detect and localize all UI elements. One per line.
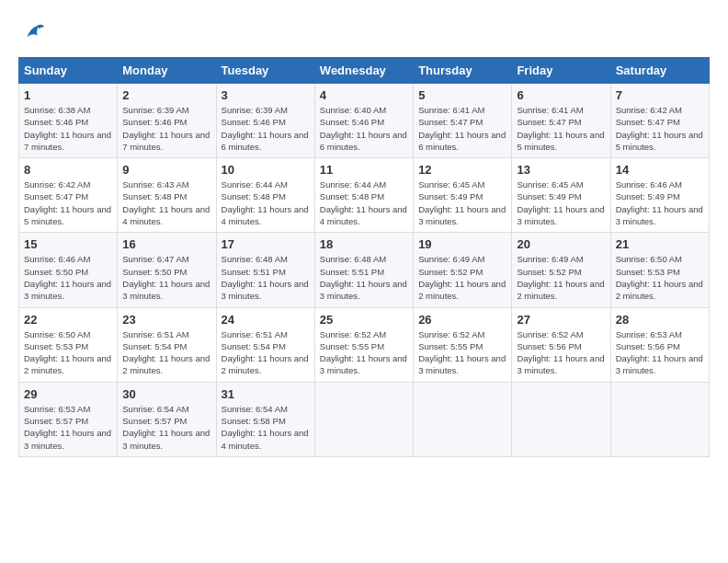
day-info: Sunrise: 6:51 AM Sunset: 5:54 PM Dayligh… <box>222 328 310 377</box>
day-info: Sunrise: 6:45 AM Sunset: 5:49 PM Dayligh… <box>418 178 506 227</box>
calendar-cell: 5 Sunrise: 6:41 AM Sunset: 5:47 PM Dayli… <box>414 84 512 158</box>
day-info: Sunrise: 6:43 AM Sunset: 5:48 PM Dayligh… <box>122 178 210 227</box>
day-number: 31 <box>222 387 310 401</box>
calendar-cell: 24 Sunrise: 6:51 AM Sunset: 5:54 PM Dayl… <box>216 307 314 382</box>
calendar-cell: 10 Sunrise: 6:44 AM Sunset: 5:48 PM Dayl… <box>216 158 314 233</box>
day-info: Sunrise: 6:51 AM Sunset: 5:54 PM Dayligh… <box>122 328 210 377</box>
calendar-cell: 21 Sunrise: 6:50 AM Sunset: 5:53 PM Dayl… <box>610 233 709 307</box>
day-info: Sunrise: 6:44 AM Sunset: 5:48 PM Dayligh… <box>320 178 408 227</box>
calendar-cell: 4 Sunrise: 6:40 AM Sunset: 5:46 PM Dayli… <box>314 84 413 158</box>
day-info: Sunrise: 6:44 AM Sunset: 5:48 PM Dayligh… <box>222 178 310 227</box>
calendar-cell: 30 Sunrise: 6:54 AM Sunset: 5:57 PM Dayl… <box>118 382 216 456</box>
day-number: 6 <box>517 88 605 102</box>
calendar-cell: 18 Sunrise: 6:48 AM Sunset: 5:51 PM Dayl… <box>314 233 413 307</box>
calendar-week-row: 29 Sunrise: 6:53 AM Sunset: 5:57 PM Dayl… <box>19 382 710 456</box>
day-number: 1 <box>24 88 112 102</box>
calendar-cell: 2 Sunrise: 6:39 AM Sunset: 5:46 PM Dayli… <box>118 84 216 158</box>
calendar-cell: 22 Sunrise: 6:50 AM Sunset: 5:53 PM Dayl… <box>19 307 118 382</box>
day-number: 8 <box>24 163 112 177</box>
calendar-cell: 16 Sunrise: 6:47 AM Sunset: 5:50 PM Dayl… <box>118 233 216 307</box>
day-info: Sunrise: 6:52 AM Sunset: 5:55 PM Dayligh… <box>320 328 408 377</box>
day-info: Sunrise: 6:41 AM Sunset: 5:47 PM Dayligh… <box>418 104 506 153</box>
day-number: 3 <box>222 88 310 102</box>
day-number: 26 <box>418 313 506 327</box>
day-number: 16 <box>122 237 210 251</box>
calendar-week-row: 8 Sunrise: 6:42 AM Sunset: 5:47 PM Dayli… <box>19 158 710 233</box>
calendar-cell: 13 Sunrise: 6:45 AM Sunset: 5:49 PM Dayl… <box>512 158 610 233</box>
day-info: Sunrise: 6:49 AM Sunset: 5:52 PM Dayligh… <box>517 253 605 302</box>
calendar-cell: 15 Sunrise: 6:46 AM Sunset: 5:50 PM Dayl… <box>19 233 118 307</box>
day-number: 5 <box>418 88 506 102</box>
weekday-header-sunday: Sunday <box>19 58 118 84</box>
day-info: Sunrise: 6:39 AM Sunset: 5:46 PM Dayligh… <box>222 104 310 153</box>
day-number: 13 <box>517 163 605 177</box>
calendar-cell <box>512 382 610 456</box>
weekday-header-monday: Monday <box>118 58 216 84</box>
day-number: 28 <box>616 313 704 327</box>
day-info: Sunrise: 6:38 AM Sunset: 5:46 PM Dayligh… <box>24 104 112 153</box>
day-number: 27 <box>517 313 605 327</box>
header <box>18 18 710 48</box>
day-number: 12 <box>418 163 506 177</box>
day-number: 19 <box>418 237 506 251</box>
calendar-cell: 7 Sunrise: 6:42 AM Sunset: 5:47 PM Dayli… <box>610 84 709 158</box>
day-info: Sunrise: 6:47 AM Sunset: 5:50 PM Dayligh… <box>122 253 210 302</box>
day-info: Sunrise: 6:42 AM Sunset: 5:47 PM Dayligh… <box>616 104 704 153</box>
calendar-cell <box>610 382 709 456</box>
weekday-header-friday: Friday <box>512 58 610 84</box>
day-info: Sunrise: 6:53 AM Sunset: 5:56 PM Dayligh… <box>616 328 704 377</box>
calendar-cell: 6 Sunrise: 6:41 AM Sunset: 5:47 PM Dayli… <box>512 84 610 158</box>
calendar-cell: 11 Sunrise: 6:44 AM Sunset: 5:48 PM Dayl… <box>314 158 413 233</box>
logo <box>18 18 46 48</box>
calendar-week-row: 15 Sunrise: 6:46 AM Sunset: 5:50 PM Dayl… <box>19 233 710 307</box>
day-info: Sunrise: 6:52 AM Sunset: 5:56 PM Dayligh… <box>517 328 605 377</box>
calendar-cell: 8 Sunrise: 6:42 AM Sunset: 5:47 PM Dayli… <box>19 158 118 233</box>
calendar-cell: 29 Sunrise: 6:53 AM Sunset: 5:57 PM Dayl… <box>19 382 118 456</box>
day-number: 7 <box>616 88 704 102</box>
calendar-cell: 23 Sunrise: 6:51 AM Sunset: 5:54 PM Dayl… <box>118 307 216 382</box>
calendar-table: SundayMondayTuesdayWednesdayThursdayFrid… <box>18 57 710 457</box>
calendar-cell: 9 Sunrise: 6:43 AM Sunset: 5:48 PM Dayli… <box>118 158 216 233</box>
weekday-header-saturday: Saturday <box>610 58 709 84</box>
day-number: 29 <box>24 387 112 401</box>
day-info: Sunrise: 6:53 AM Sunset: 5:57 PM Dayligh… <box>24 403 112 452</box>
calendar-cell: 31 Sunrise: 6:54 AM Sunset: 5:58 PM Dayl… <box>216 382 314 456</box>
day-info: Sunrise: 6:40 AM Sunset: 5:46 PM Dayligh… <box>320 104 408 153</box>
calendar-cell: 20 Sunrise: 6:49 AM Sunset: 5:52 PM Dayl… <box>512 233 610 307</box>
calendar-cell: 17 Sunrise: 6:48 AM Sunset: 5:51 PM Dayl… <box>216 233 314 307</box>
calendar-cell: 25 Sunrise: 6:52 AM Sunset: 5:55 PM Dayl… <box>314 307 413 382</box>
day-number: 30 <box>122 387 210 401</box>
calendar-cell: 27 Sunrise: 6:52 AM Sunset: 5:56 PM Dayl… <box>512 307 610 382</box>
day-info: Sunrise: 6:42 AM Sunset: 5:47 PM Dayligh… <box>24 178 112 227</box>
calendar-week-row: 1 Sunrise: 6:38 AM Sunset: 5:46 PM Dayli… <box>19 84 710 158</box>
day-info: Sunrise: 6:50 AM Sunset: 5:53 PM Dayligh… <box>24 328 112 377</box>
day-number: 25 <box>320 313 408 327</box>
day-info: Sunrise: 6:45 AM Sunset: 5:49 PM Dayligh… <box>517 178 605 227</box>
day-number: 23 <box>122 313 210 327</box>
day-number: 20 <box>517 237 605 251</box>
day-number: 4 <box>320 88 408 102</box>
day-info: Sunrise: 6:46 AM Sunset: 5:49 PM Dayligh… <box>616 178 704 227</box>
weekday-header-wednesday: Wednesday <box>314 58 413 84</box>
day-number: 18 <box>320 237 408 251</box>
calendar-cell: 3 Sunrise: 6:39 AM Sunset: 5:46 PM Dayli… <box>216 84 314 158</box>
day-info: Sunrise: 6:50 AM Sunset: 5:53 PM Dayligh… <box>616 253 704 302</box>
day-number: 21 <box>616 237 704 251</box>
calendar-cell: 14 Sunrise: 6:46 AM Sunset: 5:49 PM Dayl… <box>610 158 709 233</box>
day-number: 10 <box>222 163 310 177</box>
day-info: Sunrise: 6:41 AM Sunset: 5:47 PM Dayligh… <box>517 104 605 153</box>
weekday-header-thursday: Thursday <box>414 58 512 84</box>
day-number: 14 <box>616 163 704 177</box>
calendar-cell: 19 Sunrise: 6:49 AM Sunset: 5:52 PM Dayl… <box>414 233 512 307</box>
day-number: 22 <box>24 313 112 327</box>
day-number: 2 <box>122 88 210 102</box>
day-info: Sunrise: 6:48 AM Sunset: 5:51 PM Dayligh… <box>222 253 310 302</box>
weekday-header-row: SundayMondayTuesdayWednesdayThursdayFrid… <box>19 58 710 84</box>
calendar-cell: 28 Sunrise: 6:53 AM Sunset: 5:56 PM Dayl… <box>610 307 709 382</box>
weekday-header-tuesday: Tuesday <box>216 58 314 84</box>
day-info: Sunrise: 6:39 AM Sunset: 5:46 PM Dayligh… <box>122 104 210 153</box>
day-info: Sunrise: 6:54 AM Sunset: 5:58 PM Dayligh… <box>222 403 310 452</box>
logo-bird-icon <box>20 18 46 44</box>
day-info: Sunrise: 6:46 AM Sunset: 5:50 PM Dayligh… <box>24 253 112 302</box>
day-info: Sunrise: 6:48 AM Sunset: 5:51 PM Dayligh… <box>320 253 408 302</box>
